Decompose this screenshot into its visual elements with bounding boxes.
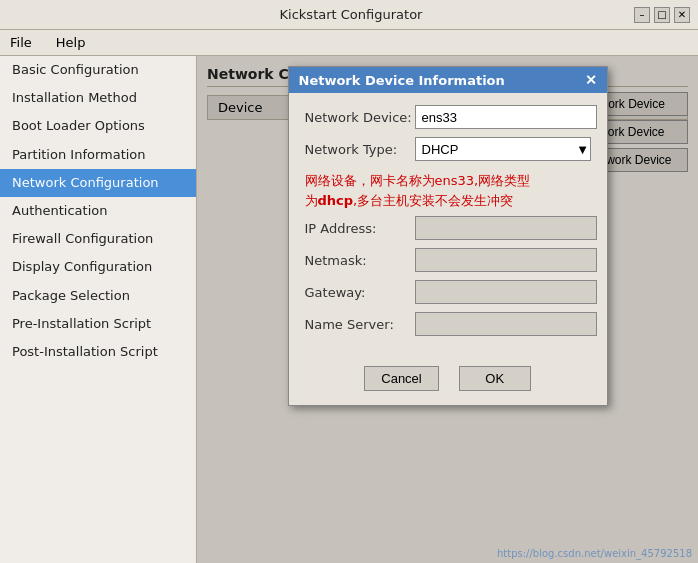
close-button[interactable]: ✕ bbox=[674, 7, 690, 23]
sidebar-item-network-configuration[interactable]: Network Configuration bbox=[0, 169, 196, 197]
sidebar-item-partition-information[interactable]: Partition Information bbox=[0, 141, 196, 169]
netmask-row: Netmask: bbox=[305, 248, 591, 272]
menu-bar: File Help bbox=[0, 30, 698, 56]
ip-address-label: IP Address: bbox=[305, 221, 415, 236]
annotation-text: 网络设备，网卡名称为ens33,网络类型为dhcp,多台主机安装不会发生冲突 bbox=[305, 169, 591, 212]
netmask-input[interactable] bbox=[415, 248, 597, 272]
network-type-select[interactable]: DHCP Static BOOTP bbox=[415, 137, 591, 161]
sidebar-item-package-selection[interactable]: Package Selection bbox=[0, 282, 196, 310]
sidebar-item-firewall-configuration[interactable]: Firewall Configuration bbox=[0, 225, 196, 253]
cancel-button[interactable]: Cancel bbox=[364, 366, 438, 391]
gateway-input[interactable] bbox=[415, 280, 597, 304]
sidebar-item-display-configuration[interactable]: Display Configuration bbox=[0, 253, 196, 281]
name-server-label: Name Server: bbox=[305, 317, 415, 332]
menu-file[interactable]: File bbox=[4, 33, 38, 52]
sidebar-item-boot-loader-options[interactable]: Boot Loader Options bbox=[0, 112, 196, 140]
window-title: Kickstart Configurator bbox=[68, 7, 634, 22]
ip-address-row: IP Address: bbox=[305, 216, 591, 240]
sidebar-item-installation-method[interactable]: Installation Method bbox=[0, 84, 196, 112]
gateway-row: Gateway: bbox=[305, 280, 591, 304]
network-device-row: Network Device: bbox=[305, 105, 591, 129]
modal-footer: Cancel OK bbox=[289, 356, 607, 405]
sidebar-item-post-installation-script[interactable]: Post-Installation Script bbox=[0, 338, 196, 366]
network-type-label: Network Type: bbox=[305, 142, 415, 157]
modal-title-bar: Network Device Information ✕ bbox=[289, 67, 607, 93]
ip-address-input[interactable] bbox=[415, 216, 597, 240]
watermark: https://blog.csdn.net/weixin_45792518 bbox=[497, 548, 692, 559]
modal-body: Network Device: Network Type: DHCP Stati… bbox=[289, 93, 607, 356]
title-bar: Kickstart Configurator – □ ✕ bbox=[0, 0, 698, 30]
sidebar-item-basic-configuration[interactable]: Basic Configuration bbox=[0, 56, 196, 84]
ok-button[interactable]: OK bbox=[459, 366, 531, 391]
menu-help[interactable]: Help bbox=[50, 33, 92, 52]
modal-title: Network Device Information bbox=[299, 73, 505, 88]
name-server-input[interactable] bbox=[415, 312, 597, 336]
name-server-row: Name Server: bbox=[305, 312, 591, 336]
content-area: Network Configuration Device Network Typ… bbox=[197, 56, 698, 563]
sidebar: Basic Configuration Installation Method … bbox=[0, 56, 197, 563]
maximize-button[interactable]: □ bbox=[654, 7, 670, 23]
network-device-input[interactable] bbox=[415, 105, 597, 129]
network-type-select-wrapper: DHCP Static BOOTP ▼ bbox=[415, 137, 591, 161]
netmask-label: Netmask: bbox=[305, 253, 415, 268]
network-type-row: Network Type: DHCP Static BOOTP ▼ bbox=[305, 137, 591, 161]
modal-close-button[interactable]: ✕ bbox=[585, 72, 597, 88]
sidebar-item-pre-installation-script[interactable]: Pre-Installation Script bbox=[0, 310, 196, 338]
modal-overlay: Network Device Information ✕ Network Dev… bbox=[197, 56, 698, 563]
main-layout: Basic Configuration Installation Method … bbox=[0, 56, 698, 563]
network-device-label: Network Device: bbox=[305, 110, 415, 125]
network-device-info-modal: Network Device Information ✕ Network Dev… bbox=[288, 66, 608, 406]
sidebar-item-authentication[interactable]: Authentication bbox=[0, 197, 196, 225]
minimize-button[interactable]: – bbox=[634, 7, 650, 23]
window-controls[interactable]: – □ ✕ bbox=[634, 7, 690, 23]
gateway-label: Gateway: bbox=[305, 285, 415, 300]
